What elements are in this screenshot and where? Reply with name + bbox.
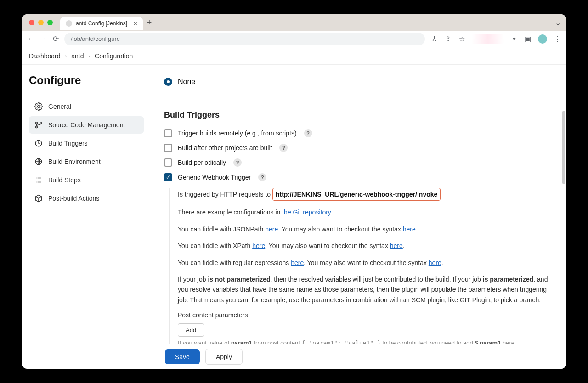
text: . You may also want to checkout the synt…	[304, 259, 429, 266]
sidebar-item-general[interactable]: General	[29, 98, 144, 115]
branch-icon	[34, 121, 43, 129]
browser-tab[interactable]: antd Config [Jenkins] ×	[60, 17, 143, 30]
trigger-label: Trigger builds remotely (e.g., from scri…	[178, 130, 297, 137]
panel-icon[interactable]: ▣	[524, 35, 531, 43]
text: You can fiddle with JSONPath	[178, 225, 265, 233]
sidebar-item-postbuild[interactable]: Post-build Actions	[29, 190, 144, 207]
favicon-icon	[66, 20, 72, 27]
share-icon[interactable]: ⇪	[444, 35, 452, 43]
text: . You may also want to checkout the synt…	[265, 242, 390, 249]
menu-icon[interactable]: ⋮	[554, 35, 561, 43]
sidebar-item-steps[interactable]: Build Steps	[29, 171, 144, 189]
sidebar-item-label: Build Environment	[48, 158, 101, 165]
chevron-right-icon: ›	[88, 53, 90, 59]
close-tab-icon[interactable]: ×	[134, 20, 137, 27]
browser-toolbar: ← → ⟳ /job/antd/configure ⅄ ⇪ ☆ ✦ ▣ ⋮	[22, 31, 566, 47]
sidebar-item-label: General	[48, 103, 71, 110]
checkbox-webhook[interactable]: ✓	[164, 173, 172, 181]
text: There are example configurations in	[178, 208, 282, 216]
link-regex[interactable]: here	[291, 259, 304, 266]
window-close-icon[interactable]	[29, 20, 34, 25]
clock-icon	[34, 139, 43, 147]
apply-button[interactable]: Apply	[205, 349, 243, 365]
extensions-icon[interactable]: ✦	[510, 35, 518, 43]
link-xpath-syntax[interactable]: here	[390, 242, 403, 249]
checkbox-trigger-remote[interactable]	[164, 129, 172, 137]
save-button[interactable]: Save	[165, 349, 200, 364]
text: . You may also want to checkout the synt…	[278, 225, 403, 233]
link-jsonpath-syntax[interactable]: here	[403, 225, 416, 233]
help-icon[interactable]: ?	[279, 144, 288, 152]
scrollbar[interactable]	[562, 111, 565, 184]
address-bar[interactable]: /job/antd/configure	[64, 33, 425, 45]
webhook-details: Is triggered by HTTP requests to http://…	[169, 188, 548, 367]
section-title: Build Triggers	[164, 110, 548, 120]
link-regex-syntax[interactable]: here	[429, 259, 441, 266]
breadcrumb-antd[interactable]: antd	[71, 52, 84, 60]
svg-point-1	[36, 122, 38, 124]
sidebar: Configure General Source Code Management…	[22, 65, 151, 369]
webhook-url: http://JENKINS_URL/generic-webhook-trigg…	[272, 188, 441, 201]
breadcrumb-configuration: Configuration	[95, 52, 133, 60]
sidebar-item-scm[interactable]: Source Code Management	[29, 116, 144, 134]
help-icon[interactable]: ?	[304, 129, 312, 137]
text: , then the resolved variables will just …	[271, 276, 483, 283]
breadcrumb-dashboard[interactable]: Dashboard	[29, 52, 61, 60]
checkbox-build-after[interactable]	[164, 144, 172, 152]
trigger-label: Build periodically	[178, 159, 226, 166]
titlebar: antd Config [Jenkins] × + ⌄	[22, 14, 566, 31]
radio-none[interactable]	[164, 78, 172, 86]
main-content: None Build Triggers Trigger builds remot…	[151, 65, 566, 369]
text: is not parameterized	[208, 276, 270, 283]
breadcrumb: Dashboard › antd › Configuration	[22, 47, 566, 65]
sidebar-item-label: Build Steps	[48, 176, 81, 184]
footer-actions: Save Apply	[151, 344, 566, 369]
forward-button[interactable]: →	[40, 35, 47, 43]
steps-icon	[34, 176, 43, 184]
text: If your job	[178, 276, 208, 283]
window-maximize-icon[interactable]	[47, 20, 53, 25]
svg-point-0	[38, 106, 40, 108]
sidebar-item-triggers[interactable]: Build Triggers	[29, 135, 144, 152]
tabs-dropdown-icon[interactable]: ⌄	[555, 18, 561, 27]
text: Is triggered by HTTP requests to	[178, 191, 272, 198]
checkbox-build-periodic[interactable]	[164, 158, 172, 167]
package-icon	[34, 194, 43, 203]
window-minimize-icon[interactable]	[38, 20, 44, 25]
trigger-label: Generic Webhook Trigger	[178, 174, 251, 181]
color-strip	[472, 34, 504, 44]
sidebar-item-label: Build Triggers	[48, 140, 88, 147]
translate-icon[interactable]: ⅄	[430, 35, 438, 43]
reload-button[interactable]: ⟳	[53, 34, 59, 43]
divider	[164, 99, 548, 99]
text: is parameterized	[483, 276, 534, 283]
add-post-param-button[interactable]: Add	[178, 323, 204, 337]
help-icon[interactable]: ?	[258, 173, 266, 181]
new-tab-button[interactable]: +	[143, 16, 156, 29]
sidebar-item-env[interactable]: Build Environment	[29, 153, 144, 170]
chevron-right-icon: ›	[65, 53, 67, 59]
text: You can fiddle with XPath	[178, 242, 252, 249]
trigger-label: Build after other projects are built	[178, 144, 272, 152]
text: You can fiddle with regular expressions	[178, 259, 291, 266]
link-jsonpath[interactable]: here	[265, 225, 278, 233]
help-icon[interactable]: ?	[233, 158, 242, 167]
profile-avatar[interactable]	[538, 34, 547, 44]
gear-icon	[34, 102, 43, 111]
post-params-label: Post content parameters	[178, 311, 548, 319]
back-button[interactable]: ←	[27, 35, 34, 43]
sidebar-item-label: Source Code Management	[48, 121, 125, 129]
svg-point-2	[40, 122, 42, 124]
page-title: Configure	[29, 74, 144, 87]
radio-label: None	[178, 78, 195, 86]
link-xpath[interactable]: here	[252, 242, 265, 249]
globe-icon	[34, 158, 43, 166]
bookmark-icon[interactable]: ☆	[458, 35, 465, 43]
sidebar-item-label: Post-build Actions	[48, 195, 99, 202]
link-git-repo[interactable]: the Git repository	[282, 208, 331, 216]
svg-point-3	[36, 126, 38, 128]
tab-title: antd Config [Jenkins]	[76, 20, 127, 27]
url-path: /job/antd/configure	[71, 35, 120, 42]
